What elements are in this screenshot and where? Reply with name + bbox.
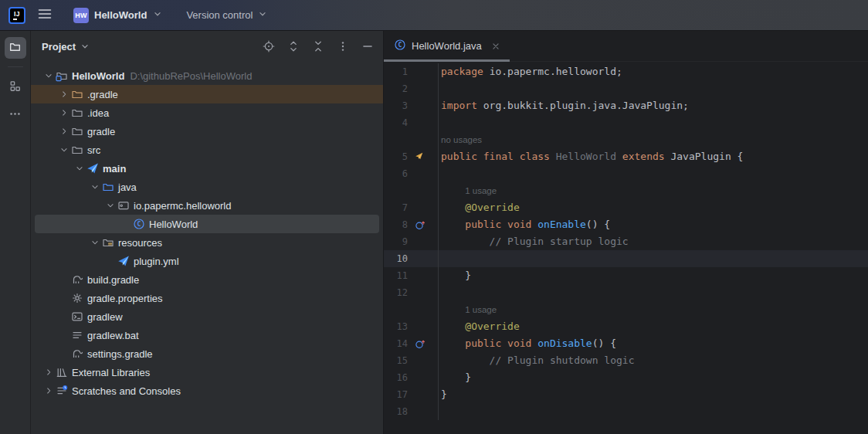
code-editor[interactable]: 1package io.papermc.helloworld;23import … [384, 62, 868, 434]
tree-row-gradle[interactable]: gradle [31, 122, 383, 141]
main-menu-button[interactable] [33, 5, 56, 26]
code-inlay-row[interactable]: 1 usage [384, 301, 868, 318]
expand-all-button[interactable] [286, 39, 301, 54]
tree-row-src[interactable]: src [31, 141, 383, 159]
tree-row-gradle-properties[interactable]: gradle.properties [31, 289, 383, 307]
code-inlay-row[interactable]: 1 usage [384, 182, 868, 199]
code-line-9[interactable]: 9 // Plugin startup logic [384, 233, 868, 250]
usages-inlay-hint[interactable]: no usages [441, 131, 482, 148]
code-line-7[interactable]: 7 @Override [384, 199, 868, 216]
tree-row-io-papermc-helloworld[interactable]: io.papermc.helloworld [31, 196, 383, 215]
code-line-10[interactable]: 10 [384, 250, 868, 267]
structure-tool-button[interactable] [5, 76, 26, 98]
tree-item-label: .gradle [87, 89, 118, 100]
chevron-right-icon[interactable] [57, 126, 70, 137]
code-line-1[interactable]: 1package io.papermc.helloworld; [384, 63, 868, 80]
tree-row-gradlew-bat[interactable]: gradlew.bat [31, 326, 383, 344]
paper-plane-icon [117, 255, 130, 267]
tree-row-scratches-and-consoles[interactable]: Scratches and Consoles [31, 381, 383, 400]
gutter-spacer [408, 114, 438, 131]
code-line-2[interactable]: 2 [384, 80, 868, 97]
usages-inlay-hint[interactable]: 1 usage [441, 301, 497, 318]
close-tab-icon[interactable] [490, 40, 502, 53]
chevron-right-icon[interactable] [42, 385, 55, 396]
code-inlay-row[interactable]: no usages [384, 131, 868, 148]
usages-inlay-hint[interactable]: 1 usage [441, 182, 497, 199]
code-text: } [438, 386, 868, 403]
svg-text:C: C [137, 221, 141, 228]
line-number: 13 [384, 318, 408, 335]
tree-row-build-gradle[interactable]: build.gradle [31, 270, 383, 289]
code-line-18[interactable]: 18 [384, 403, 868, 420]
code-text: // Plugin shutdown logic [438, 352, 868, 369]
chevron-down-icon[interactable] [73, 163, 86, 174]
chevron-right-icon[interactable] [42, 367, 55, 378]
code-line-17[interactable]: 17} [384, 386, 868, 403]
tree-row-external-libraries[interactable]: External Libraries [31, 363, 383, 381]
code-line-4[interactable]: 4 [384, 114, 868, 131]
code-line-16[interactable]: 16 } [384, 369, 868, 386]
chevron-right-icon[interactable] [57, 107, 70, 118]
collapse-all-button[interactable] [310, 39, 326, 54]
hide-panel-button[interactable] [360, 39, 375, 54]
tree-row--idea[interactable]: .idea [31, 103, 383, 122]
code-line-13[interactable]: 13 @Override [384, 318, 868, 335]
code-line-15[interactable]: 15 // Plugin shutdown logic [384, 352, 868, 369]
tree-row-resources[interactable]: resources [31, 233, 383, 252]
code-line-12[interactable]: 12 [384, 284, 868, 301]
chevron-down-icon[interactable] [42, 70, 55, 81]
tree-row-java[interactable]: java [31, 178, 383, 196]
gutter-spacer [408, 131, 438, 148]
gutter-spacer [408, 403, 438, 420]
tree-row-helloworld[interactable]: HelloWorldD:\githubRePos\HelloWorld [31, 66, 383, 85]
tree-item-label: java [118, 181, 137, 193]
chevron-down-icon[interactable] [80, 41, 90, 52]
code-line-11[interactable]: 11 } [384, 267, 868, 284]
line-number: 14 [384, 335, 408, 352]
project-tool-button[interactable] [5, 37, 26, 59]
line-number: 9 [384, 233, 408, 250]
more-tool-windows-button[interactable] [5, 104, 26, 126]
code-line-3[interactable]: 3import org.bukkit.plugin.java.JavaPlugi… [384, 97, 868, 114]
code-line-14[interactable]: 14 public void onDisable() { [384, 335, 868, 352]
code-line-5[interactable]: 5public final class HelloWorld extends J… [384, 148, 868, 165]
vcs-label: Version control [186, 9, 253, 21]
chevron-down-icon[interactable] [88, 181, 101, 192]
tree-row-settings-gradle[interactable]: settings.gradle [31, 344, 383, 363]
main-toolbar: IJ HW HelloWorld Version control [0, 0, 868, 31]
tree-row-gradlew[interactable]: gradlew [31, 307, 383, 326]
code-line-6[interactable]: 6 [384, 165, 868, 182]
locate-file-button[interactable] [261, 39, 276, 54]
editor-tab-helloworld-java[interactable]: C HelloWorld.java [384, 31, 510, 61]
structure-icon [8, 80, 22, 95]
line-number: 5 [384, 148, 408, 165]
chevron-down-icon[interactable] [88, 237, 101, 248]
tree-row-helloworld[interactable]: CHelloWorld [35, 215, 379, 233]
options-kebab-button[interactable] [335, 39, 351, 54]
editor-area: C HelloWorld.java 1package io.papermc.he… [384, 31, 868, 434]
activity-bar-separator [8, 66, 23, 67]
plugin-marker-icon[interactable] [408, 148, 438, 165]
code-text [438, 114, 868, 131]
project-panel-header: Project [31, 31, 383, 62]
tree-row--gradle[interactable]: .gradle [31, 85, 383, 103]
chevron-down-icon[interactable] [103, 200, 117, 211]
tree-item-label: HelloWorld [149, 219, 198, 230]
tree-item-label: settings.gradle [87, 348, 153, 360]
tree-item-label: resources [118, 237, 162, 249]
chevron-down-icon[interactable] [57, 144, 70, 155]
text-file-icon [70, 329, 83, 341]
tree-row-main[interactable]: main [31, 159, 383, 178]
project-widget[interactable]: HW HelloWorld [69, 4, 168, 27]
code-line-8[interactable]: 8 public void onEnable() { [384, 216, 868, 233]
vcs-widget[interactable]: Version control [181, 4, 273, 27]
line-number: 7 [384, 199, 408, 216]
project-panel-title[interactable]: Project [42, 41, 76, 53]
override-marker-icon[interactable] [408, 335, 438, 352]
tree-row-plugin-yml[interactable]: plugin.yml [31, 252, 383, 270]
chevron-right-icon[interactable] [57, 89, 70, 100]
override-marker-icon[interactable] [408, 216, 438, 233]
tree-item-label: HelloWorld [72, 70, 124, 82]
gutter-spacer [408, 97, 438, 114]
line-number: 15 [384, 352, 408, 369]
